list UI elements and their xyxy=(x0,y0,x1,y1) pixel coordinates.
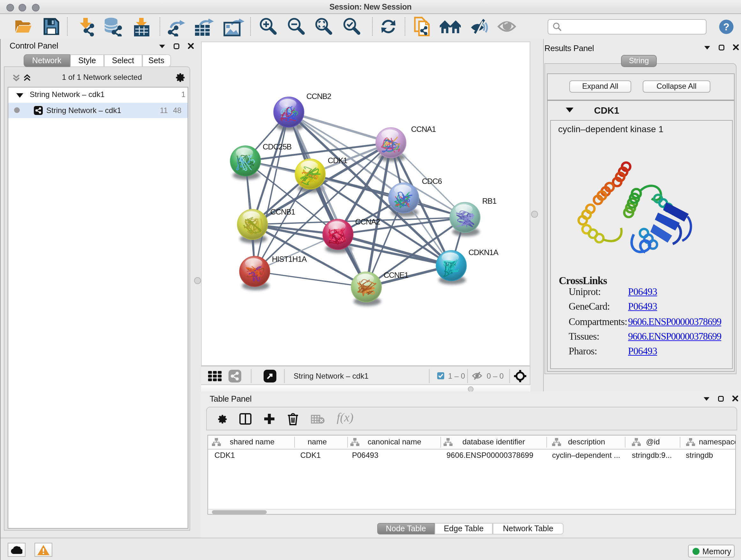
svg-text:CCNA1: CCNA1 xyxy=(411,125,436,133)
svg-text:CDKN1A: CDKN1A xyxy=(468,248,499,257)
svg-text:CCNB1: CCNB1 xyxy=(270,207,295,216)
svg-text:CDC25B: CDC25B xyxy=(263,142,291,151)
svg-text:CDC6: CDC6 xyxy=(422,177,442,186)
svg-text:CCNB2: CCNB2 xyxy=(307,92,331,101)
svg-text:CCNA2: CCNA2 xyxy=(355,217,380,226)
svg-text:?: ? xyxy=(723,21,730,33)
svg-text:CCNE1: CCNE1 xyxy=(384,271,408,279)
svg-text:RB1: RB1 xyxy=(482,197,496,205)
svg-text:CDK1: CDK1 xyxy=(328,156,347,165)
svg-text:HIST1H1A: HIST1H1A xyxy=(272,255,307,263)
